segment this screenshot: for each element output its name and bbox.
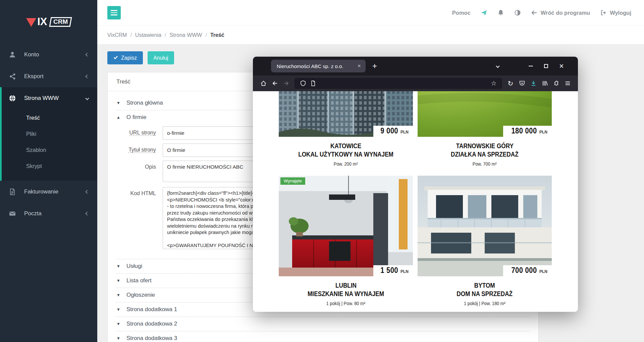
listing-card-lublin[interactable]: Wynajęte 1 500PLN LUBLINMIESZKANIE NA WY… [279,176,413,306]
browser-tab[interactable]: Nieruchomości ABC sp. z o.o. × [271,60,366,72]
user-icon [9,51,16,58]
window-minimize-button[interactable] [523,60,538,72]
bell-icon[interactable] [497,9,504,16]
listing-photo-house: 700 000PLN [418,176,552,276]
listing-details: 1 pokój | Pow. 180 m² [418,300,552,306]
breadcrumb-separator: / [165,32,166,38]
breadcrumb-current: Treść [210,32,224,38]
expand-arrow-icon: ▼ [116,322,126,326]
back-to-program-link[interactable]: Wróć do programu [531,9,590,16]
sidebar-item-label: Poczta [24,210,42,217]
tab-close-icon[interactable]: × [357,63,362,69]
browser-menu-icon[interactable] [562,78,573,89]
price-tag: 700 000PLN [503,265,552,276]
price-tag: 180 000PLN [503,126,552,137]
listing-title: LUBLINMIESZKANIE NA WYNAJEM [279,281,413,298]
listing-card-tarnowskie-gory[interactable]: 180 000PLN TARNOWSKIE GÓRYDZIAŁKA NA SPR… [418,91,552,167]
logo-badge: CRM [49,17,72,27]
browser-titlebar[interactable]: Nieruchomości ABC sp. z o.o. × + × [253,57,578,75]
listing-photo-kitchen: Wynajęte 1 500PLN [279,176,413,276]
save-button[interactable]: Zapisz [107,51,143,64]
kod-html-label: Kod HTML [116,187,156,250]
globe-icon [9,95,16,102]
expand-arrow-icon: ▼ [116,264,126,269]
window-close-button[interactable]: × [554,60,569,72]
chevron-left-icon [85,212,89,215]
price-tag: 1 500PLN [373,265,413,276]
status-badge: Wynajęte [280,177,305,185]
forward-icon[interactable] [280,78,292,89]
cancel-button[interactable]: Anuluj [148,51,174,64]
expand-arrow-icon: ▼ [116,336,126,341]
sidebar-subitem-pliki[interactable]: Pliki [0,126,97,142]
breadcrumb-strona-www[interactable]: Strona WWW [170,32,202,38]
section-strona-dodatkowa-3[interactable]: ▼Strona dodatkowa 3 [116,331,530,342]
tab-title: Nieruchomości ABC sp. z o.o. [277,63,357,69]
sidebar-item-eksport[interactable]: Eksport [0,65,97,87]
topbar: Pomoc Wróć do programu Wyloguj [97,0,644,25]
chevron-left-icon [85,74,89,78]
listing-title: BYTOMDOM NA SPRZEDAŻ [418,281,552,298]
sidebar-item-label: Eksport [24,73,44,80]
breadcrumb-ustawienia[interactable]: Ustawienia [135,32,161,38]
sidebar-nav: Konto Eksport Strona WWW Treść Pliki Sza… [0,44,97,224]
breadcrumb-vixcrm[interactable]: VixCRM [107,32,127,38]
sidebar: IX CRM Konto Eksport Strona WWW [0,0,97,342]
sidebar-submenu: Treść Pliki Szablon Skrypt [0,109,97,181]
logout-icon [600,9,607,16]
logout-link[interactable]: Wyloguj [600,9,631,16]
sidebar-item-poczta[interactable]: Poczta [0,203,97,224]
listing-details: Pow. 700 m² [418,161,552,167]
sidebar-subitem-szablon[interactable]: Szablon [0,142,97,158]
expand-arrow-icon: ▼ [116,307,126,312]
vixcrm-logo: IX CRM [0,0,97,44]
section-strona-dodatkowa-2[interactable]: ▼Strona dodatkowa 2 [116,317,530,331]
home-icon[interactable] [258,78,269,89]
reload-icon[interactable]: ↻ [505,78,516,89]
sidebar-subitem-tresc[interactable]: Treść [0,110,97,126]
listing-photo-city: 9 000PLN [279,91,413,137]
shield-icon[interactable] [298,78,308,89]
sidebar-item-strona-www[interactable]: Strona WWW [0,87,97,109]
contrast-icon[interactable] [514,9,521,16]
listing-photo-grass: 180 000PLN [418,91,552,137]
sidebar-subitem-skrypt[interactable]: Skrypt [0,158,97,174]
url-strony-label: URL strony [116,126,156,140]
sidebar-item-fakturowanie[interactable]: Fakturowanie [0,181,97,203]
logo-triangle-icon [26,18,36,27]
listing-card-bytom[interactable]: 700 000PLN BYTOMDOM NA SPRZEDAŻ 1 pokój … [418,176,552,306]
window-maximize-button[interactable] [538,60,554,72]
page-icon[interactable] [308,78,318,89]
pocket-icon[interactable] [516,78,528,89]
back-icon[interactable] [269,78,280,89]
extensions-icon[interactable] [550,78,562,89]
library-icon[interactable] [539,78,550,89]
star-icon[interactable]: ☆ [489,78,499,89]
sidebar-group-strona-www: Strona WWW Treść Pliki Szablon Skrypt [0,87,97,181]
new-tab-button[interactable]: + [372,62,377,70]
listing-title: TARNOWSKIE GÓRYDZIAŁKA NA SPRZEDAŻ [418,142,552,158]
breadcrumb-separator: / [205,32,207,38]
tytul-strony-label: Tytuł strony [116,144,156,157]
price-tag: 9 000PLN [373,126,413,137]
chevron-left-icon [85,53,89,56]
chevron-down-icon [85,96,89,100]
send-icon[interactable] [481,9,487,16]
listing-card-katowice[interactable]: 9 000PLN KATOWICELOKAL UŻYTKOWY NA WYNAJ… [279,91,413,167]
sidebar-item-label: Fakturowanie [24,188,58,195]
sidebar-item-konto[interactable]: Konto [0,44,97,65]
url-bar[interactable]: ☆ [294,78,502,89]
browser-toolbar: ☆ ↻ [253,75,578,91]
listing-details: Pow. 200 m² [279,161,413,167]
collapse-arrow-icon: ▲ [116,115,126,120]
download-icon[interactable] [528,78,539,89]
browser-window: Nieruchomości ABC sp. z o.o. × + × ☆ ↻ [253,57,578,312]
topbar-actions: Pomoc Wróć do programu Wyloguj [452,9,631,16]
sidebar-item-label: Konto [24,51,39,58]
tab-list-chevron-icon[interactable] [490,60,505,72]
sidebar-item-label: Strona WWW [24,95,59,102]
listing-details: 1 pokój | Pow. 80 m² [279,300,413,306]
menu-icon[interactable] [107,6,121,19]
help-link[interactable]: Pomoc [452,10,471,16]
expand-arrow-icon: ▼ [116,293,126,297]
